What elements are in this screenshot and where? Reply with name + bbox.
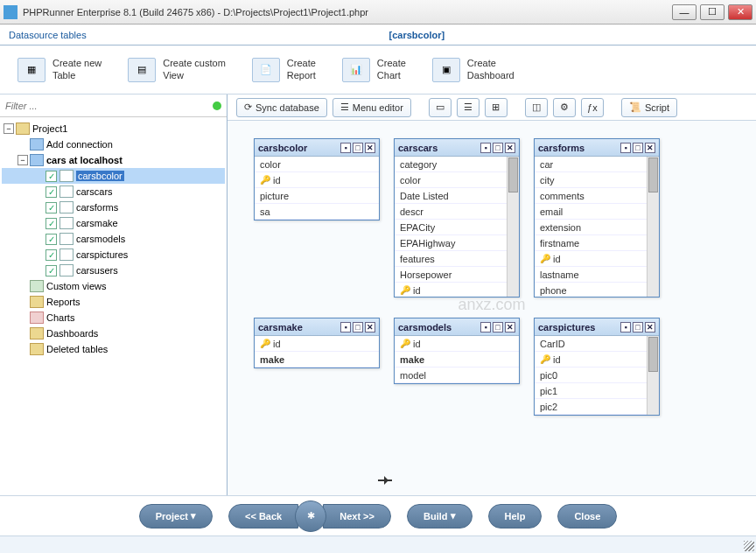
toolbar-icon-5[interactable]: ⚙ <box>553 98 576 117</box>
entity-close-icon[interactable]: ✕ <box>365 322 375 332</box>
menu-editor-button[interactable]: ☰ Menu editor <box>332 98 411 117</box>
tree-table-carsbcolor[interactable]: ✓carsbcolor <box>2 168 225 184</box>
entity-minimize-icon[interactable]: ▪ <box>340 143 351 153</box>
entity-maximize-icon[interactable]: □ <box>493 143 503 153</box>
entity-close-icon[interactable]: ✕ <box>365 143 375 153</box>
field-row[interactable]: pic0 <box>535 368 659 383</box>
entity-header[interactable]: carsforms▪□✕ <box>535 139 659 157</box>
tree-database[interactable]: − cars at localhost <box>2 152 225 168</box>
toolbar-icon-4[interactable]: ◫ <box>525 98 548 117</box>
entity-minimize-icon[interactable]: ▪ <box>480 143 491 153</box>
next-button[interactable]: Next >> <box>323 504 391 528</box>
diagram-area[interactable]: anxz.com carsbcolor▪□✕color🔑idpicturesac… <box>228 121 756 495</box>
scrollbar-thumb[interactable] <box>648 337 658 372</box>
entity-maximize-icon[interactable]: □ <box>493 322 503 332</box>
scrollbar[interactable] <box>647 157 659 297</box>
toolbar-icon-3[interactable]: ⊞ <box>485 98 508 117</box>
field-row[interactable]: EPACity <box>395 220 519 235</box>
tree-table-carsusers[interactable]: ✓carsusers <box>2 262 225 278</box>
field-row[interactable]: Horsepower <box>395 267 519 283</box>
field-row[interactable]: make <box>395 352 519 368</box>
minimize-button[interactable]: — <box>672 4 696 20</box>
collapse-icon[interactable]: − <box>4 123 14 134</box>
tree-charts[interactable]: Charts <box>2 310 225 326</box>
entity-carspictures[interactable]: carspictures▪□✕CarID🔑idpic0pic1pic2 <box>534 318 660 416</box>
field-row[interactable]: city <box>535 172 659 188</box>
field-row[interactable]: lastname <box>535 267 659 283</box>
field-row[interactable]: CarID <box>535 336 659 352</box>
create-dashboard-button[interactable]: ▣ Create Dashboard <box>432 58 514 82</box>
field-row[interactable]: descr <box>395 204 519 220</box>
entity-carsmake[interactable]: carsmake▪□✕🔑idmake <box>254 318 380 368</box>
checkbox-icon[interactable]: ✓ <box>46 218 57 229</box>
tree-table-carsmodels[interactable]: ✓carsmodels <box>2 231 225 247</box>
field-row[interactable]: model <box>395 368 519 383</box>
create-report-button[interactable]: 📄 Create Report <box>252 58 316 82</box>
field-row[interactable]: pic2 <box>535 399 659 415</box>
entity-close-icon[interactable]: ✕ <box>505 143 515 153</box>
field-row[interactable]: 🔑id <box>535 251 659 267</box>
field-row[interactable]: category <box>395 157 519 172</box>
entity-close-icon[interactable]: ✕ <box>645 143 655 153</box>
entity-maximize-icon[interactable]: □ <box>633 322 643 332</box>
maximize-button[interactable]: ☐ <box>700 4 724 20</box>
field-row[interactable]: pic1 <box>535 383 659 399</box>
entity-header[interactable]: carsmake▪□✕ <box>255 318 379 336</box>
field-row[interactable]: sa <box>255 204 379 220</box>
help-button[interactable]: Help <box>488 504 542 528</box>
field-row[interactable]: 🔑id <box>395 336 519 352</box>
tree-table-carsforms[interactable]: ✓carsforms <box>2 200 225 215</box>
close-window-button[interactable]: ✕ <box>728 4 752 20</box>
entity-minimize-icon[interactable]: ▪ <box>620 322 631 332</box>
entity-header[interactable]: carscars▪□✕ <box>395 139 519 157</box>
tree-add-connection[interactable]: Add connection <box>2 136 225 152</box>
entity-maximize-icon[interactable]: □ <box>633 143 643 153</box>
entity-maximize-icon[interactable]: □ <box>353 143 363 153</box>
tree-deleted[interactable]: Deleted tables <box>2 341 225 357</box>
checkbox-icon[interactable]: ✓ <box>46 265 57 276</box>
project-tree[interactable]: − Project1 Add connection − cars at loca… <box>0 117 227 495</box>
field-row[interactable]: color <box>395 172 519 188</box>
field-row[interactable]: firstname <box>535 235 659 251</box>
tree-root[interactable]: − Project1 <box>2 121 225 136</box>
close-button[interactable]: Close <box>557 504 617 528</box>
field-row[interactable]: car <box>535 157 659 172</box>
toolbar-icon-1[interactable]: ▭ <box>429 98 452 117</box>
entity-minimize-icon[interactable]: ▪ <box>480 322 491 332</box>
create-chart-button[interactable]: 📊 Create Chart <box>342 58 406 82</box>
entity-carsforms[interactable]: carsforms▪□✕carcitycommentsemailextensio… <box>534 138 660 298</box>
checkbox-icon[interactable]: ✓ <box>46 171 57 182</box>
toolbar-icon-6[interactable]: ƒx <box>581 98 604 117</box>
field-row[interactable]: features <box>395 251 519 267</box>
run-button[interactable]: ✱ <box>295 500 326 532</box>
entity-carscars[interactable]: carscars▪□✕categorycolorDate Listeddescr… <box>394 138 520 298</box>
tree-dashboards[interactable]: Dashboards <box>2 326 225 341</box>
entity-carsmodels[interactable]: carsmodels▪□✕🔑idmakemodel <box>394 318 520 384</box>
field-row[interactable]: comments <box>535 188 659 204</box>
back-button[interactable]: << Back <box>228 504 298 528</box>
field-row[interactable]: picture <box>255 188 379 204</box>
toolbar-icon-2[interactable]: ☰ <box>457 98 480 117</box>
entity-header[interactable]: carsbcolor▪□✕ <box>255 139 379 157</box>
scrollbar[interactable] <box>507 157 519 297</box>
field-row[interactable]: phone <box>535 283 659 297</box>
field-row[interactable]: 🔑id <box>255 336 379 352</box>
filter-input[interactable] <box>5 101 207 111</box>
tree-reports[interactable]: Reports <box>2 294 225 310</box>
entity-close-icon[interactable]: ✕ <box>505 322 515 332</box>
create-view-button[interactable]: ▤ Create custom View <box>128 58 226 82</box>
entity-header[interactable]: carsmodels▪□✕ <box>395 318 519 336</box>
sync-database-button[interactable]: ⟳ Sync database <box>236 98 327 117</box>
field-row[interactable]: color <box>255 157 379 172</box>
field-row[interactable]: email <box>535 204 659 220</box>
entity-minimize-icon[interactable]: ▪ <box>340 322 351 332</box>
project-button[interactable]: Project ▾ <box>139 504 213 528</box>
create-table-button[interactable]: ▦ Create new Table <box>18 58 102 82</box>
field-row[interactable]: make <box>255 352 379 368</box>
checkbox-icon[interactable]: ✓ <box>46 249 57 261</box>
scrollbar[interactable] <box>647 336 659 415</box>
checkbox-icon[interactable]: ✓ <box>46 186 57 198</box>
script-button[interactable]: 📜 Script <box>621 98 677 117</box>
entity-minimize-icon[interactable]: ▪ <box>620 143 631 153</box>
checkbox-icon[interactable]: ✓ <box>46 234 57 245</box>
